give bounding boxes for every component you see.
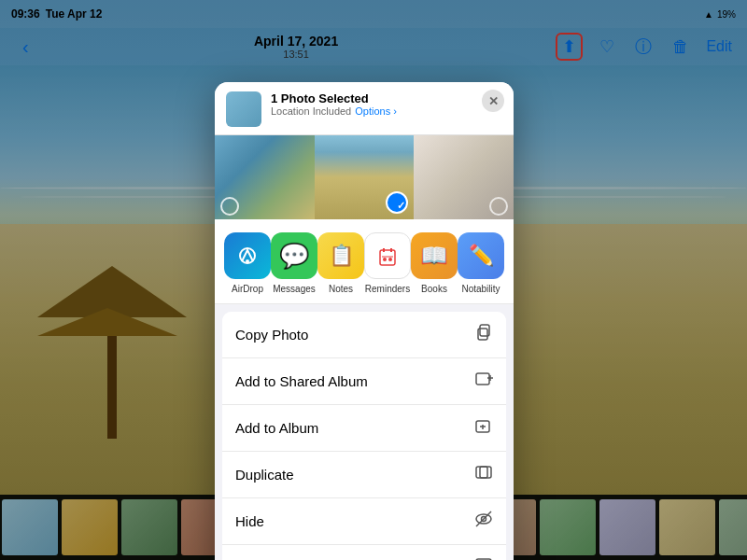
- app-icons-row: AirDrop 💬 Messages 📋 Notes Reminders: [215, 219, 514, 304]
- film-check-1: [220, 197, 239, 216]
- svg-rect-17: [480, 467, 491, 478]
- action-add-to-album[interactable]: Add to Album: [222, 405, 506, 452]
- app-notes[interactable]: 📋 Notes: [317, 232, 364, 294]
- location-included-text: Location Included: [271, 105, 351, 117]
- svg-point-1: [246, 259, 249, 263]
- copy-photo-label: Copy Photo: [235, 327, 308, 343]
- svg-point-6: [383, 258, 387, 261]
- notes-label: Notes: [329, 284, 353, 294]
- photo-filmstrip: [215, 135, 514, 219]
- app-reminders[interactable]: Reminders: [364, 232, 411, 294]
- action-add-shared-album[interactable]: Add to Shared Album: [222, 358, 506, 405]
- action-duplicate[interactable]: Duplicate: [222, 452, 506, 498]
- airdrop-label: AirDrop: [232, 284, 263, 294]
- messages-icon: 💬: [271, 232, 317, 279]
- photo-strip-info: 1 Photo Selected Location Included Optio…: [271, 91, 502, 117]
- add-shared-album-label: Add to Shared Album: [235, 373, 368, 389]
- svg-rect-10: [476, 373, 489, 385]
- film-photo-1[interactable]: [215, 135, 315, 219]
- books-icon: 📖: [411, 232, 458, 279]
- share-sheet: 1 Photo Selected Location Included Optio…: [215, 82, 514, 560]
- duplicate-label: Duplicate: [235, 467, 294, 483]
- svg-rect-2: [380, 250, 395, 265]
- airdrop-icon: [224, 232, 271, 279]
- svg-point-7: [388, 258, 392, 261]
- notability-label: Notability: [461, 284, 500, 294]
- action-list: Copy Photo Add to Shared Album Add to Al…: [222, 312, 506, 560]
- app-notability[interactable]: ✏️ Notability: [458, 232, 504, 294]
- close-button[interactable]: ✕: [482, 90, 504, 112]
- options-link[interactable]: Options ›: [355, 105, 397, 117]
- film-photo-2[interactable]: [315, 135, 415, 219]
- add-to-album-label: Add to Album: [235, 420, 318, 436]
- reminders-icon: [364, 232, 411, 279]
- books-label: Books: [421, 284, 447, 294]
- hide-icon: [474, 510, 493, 533]
- duplicate-icon: [474, 463, 493, 486]
- messages-label: Messages: [273, 284, 316, 294]
- slideshow-icon: [474, 556, 493, 560]
- selected-photo-thumb: [226, 91, 261, 127]
- action-slideshow[interactable]: Slideshow: [222, 545, 506, 560]
- photo-meta: Location Included Options ›: [271, 105, 502, 117]
- action-hide[interactable]: Hide: [222, 498, 506, 545]
- film-photo-3[interactable]: [414, 135, 514, 219]
- reminders-label: Reminders: [365, 284, 410, 294]
- action-copy-photo[interactable]: Copy Photo: [222, 312, 506, 358]
- app-airdrop[interactable]: AirDrop: [224, 232, 271, 294]
- svg-rect-16: [476, 467, 487, 478]
- notes-icon: 📋: [317, 232, 364, 279]
- notability-icon: ✏️: [458, 232, 504, 279]
- share-sheet-header: 1 Photo Selected Location Included Optio…: [215, 82, 514, 135]
- add-to-album-icon: [474, 416, 493, 440]
- app-books[interactable]: 📖 Books: [411, 232, 458, 294]
- hide-label: Hide: [235, 513, 264, 529]
- photo-count: 1 Photo Selected: [271, 91, 502, 105]
- add-shared-album-icon: [474, 370, 493, 393]
- app-messages[interactable]: 💬 Messages: [271, 232, 317, 294]
- copy-photo-icon: [474, 323, 493, 346]
